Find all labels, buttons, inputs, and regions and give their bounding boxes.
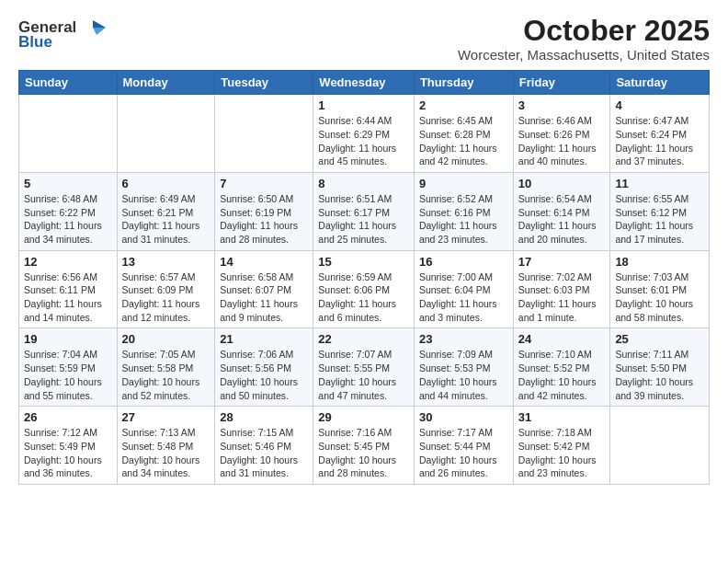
cell-day-info: Sunrise: 6:56 AMSunset: 6:11 PMDaylight:… [24, 270, 112, 325]
cell-day-number: 10 [518, 177, 606, 190]
cell-day-number: 15 [318, 255, 409, 269]
table-row: 10Sunrise: 6:54 AMSunset: 6:14 PMDayligh… [513, 172, 610, 250]
table-row: 21Sunrise: 7:06 AMSunset: 5:56 PMDayligh… [215, 328, 313, 407]
cell-day-info: Sunrise: 7:15 AMSunset: 5:46 PMDaylight:… [220, 426, 308, 480]
logo: General Blue [18, 18, 106, 52]
cell-day-number: 16 [419, 255, 508, 269]
cell-day-info: Sunrise: 7:03 AMSunset: 6:01 PMDaylight:… [615, 270, 704, 325]
cell-day-number: 7 [220, 177, 308, 190]
cell-day-number: 21 [220, 332, 308, 346]
cell-day-info: Sunrise: 6:44 AMSunset: 6:29 PMDaylight:… [318, 114, 409, 168]
calendar-week-row: 5Sunrise: 6:48 AMSunset: 6:22 PMDaylight… [19, 172, 710, 250]
cell-day-info: Sunrise: 7:07 AMSunset: 5:55 PMDaylight:… [318, 348, 409, 402]
cell-day-info: Sunrise: 7:11 AMSunset: 5:50 PMDaylight:… [615, 348, 704, 402]
cell-day-info: Sunrise: 7:06 AMSunset: 5:56 PMDaylight:… [220, 348, 308, 402]
cell-day-info: Sunrise: 6:45 AMSunset: 6:28 PMDaylight:… [419, 114, 508, 168]
cell-day-number: 19 [24, 332, 112, 346]
table-row: 15Sunrise: 6:59 AMSunset: 6:06 PMDayligh… [313, 250, 415, 328]
cell-day-number: 20 [122, 332, 210, 346]
table-row [117, 95, 215, 173]
cell-day-info: Sunrise: 7:18 AMSunset: 5:42 PMDaylight:… [518, 426, 606, 480]
table-row: 7Sunrise: 6:50 AMSunset: 6:19 PMDaylight… [215, 172, 313, 250]
col-saturday: Saturday [610, 71, 710, 95]
cell-day-info: Sunrise: 6:47 AMSunset: 6:24 PMDaylight:… [615, 114, 704, 168]
table-row: 9Sunrise: 6:52 AMSunset: 6:16 PMDaylight… [414, 172, 513, 250]
calendar-header-row: Sunday Monday Tuesday Wednesday Thursday… [19, 71, 710, 95]
cell-day-info: Sunrise: 7:05 AMSunset: 5:58 PMDaylight:… [122, 348, 210, 402]
cell-day-info: Sunrise: 6:52 AMSunset: 6:16 PMDaylight:… [419, 192, 508, 247]
cell-day-info: Sunrise: 7:04 AMSunset: 5:59 PMDaylight:… [24, 348, 112, 402]
cell-day-number: 6 [122, 177, 210, 190]
table-row: 23Sunrise: 7:09 AMSunset: 5:53 PMDayligh… [414, 328, 513, 407]
cell-day-info: Sunrise: 6:55 AMSunset: 6:12 PMDaylight:… [615, 192, 704, 247]
table-row: 5Sunrise: 6:48 AMSunset: 6:22 PMDaylight… [19, 172, 118, 250]
cell-day-number: 4 [615, 98, 704, 112]
cell-day-number: 14 [220, 255, 308, 269]
cell-day-info: Sunrise: 7:10 AMSunset: 5:52 PMDaylight:… [518, 348, 606, 402]
table-row: 11Sunrise: 6:55 AMSunset: 6:12 PMDayligh… [610, 172, 710, 250]
cell-day-number: 30 [419, 410, 508, 424]
col-tuesday: Tuesday [215, 71, 313, 95]
calendar-week-row: 26Sunrise: 7:12 AMSunset: 5:49 PMDayligh… [19, 407, 710, 485]
col-thursday: Thursday [414, 71, 513, 95]
cell-day-info: Sunrise: 6:59 AMSunset: 6:06 PMDaylight:… [318, 270, 409, 325]
table-row: 28Sunrise: 7:15 AMSunset: 5:46 PMDayligh… [215, 407, 313, 485]
table-row: 12Sunrise: 6:56 AMSunset: 6:11 PMDayligh… [19, 250, 118, 328]
table-row: 20Sunrise: 7:05 AMSunset: 5:58 PMDayligh… [117, 328, 215, 407]
cell-day-info: Sunrise: 6:48 AMSunset: 6:22 PMDaylight:… [24, 192, 112, 247]
cell-day-info: Sunrise: 7:02 AMSunset: 6:03 PMDaylight:… [518, 270, 606, 325]
table-row: 29Sunrise: 7:16 AMSunset: 5:45 PMDayligh… [313, 407, 415, 485]
table-row: 25Sunrise: 7:11 AMSunset: 5:50 PMDayligh… [610, 328, 710, 407]
table-row: 13Sunrise: 6:57 AMSunset: 6:09 PMDayligh… [117, 250, 215, 328]
cell-day-number: 13 [122, 255, 210, 269]
cell-day-number: 31 [518, 410, 606, 424]
page: General Blue October 2025 Worcester, Mas… [0, 0, 728, 500]
col-wednesday: Wednesday [313, 71, 415, 95]
cell-day-number: 2 [419, 98, 508, 112]
cell-day-info: Sunrise: 7:12 AMSunset: 5:49 PMDaylight:… [24, 426, 112, 480]
cell-day-number: 22 [318, 332, 409, 346]
cell-day-info: Sunrise: 6:58 AMSunset: 6:07 PMDaylight:… [220, 270, 308, 325]
cell-day-number: 1 [318, 98, 409, 112]
table-row: 14Sunrise: 6:58 AMSunset: 6:07 PMDayligh… [215, 250, 313, 328]
cell-day-info: Sunrise: 7:00 AMSunset: 6:04 PMDaylight:… [419, 270, 508, 325]
cell-day-info: Sunrise: 6:51 AMSunset: 6:17 PMDaylight:… [318, 192, 409, 247]
calendar-week-row: 1Sunrise: 6:44 AMSunset: 6:29 PMDaylight… [19, 95, 710, 173]
table-row: 1Sunrise: 6:44 AMSunset: 6:29 PMDaylight… [313, 95, 415, 173]
table-row: 4Sunrise: 6:47 AMSunset: 6:24 PMDaylight… [610, 95, 710, 173]
col-monday: Monday [117, 71, 215, 95]
table-row: 3Sunrise: 6:46 AMSunset: 6:26 PMDaylight… [513, 95, 610, 173]
calendar-title: October 2025 [458, 15, 710, 47]
cell-day-number: 17 [518, 255, 606, 269]
table-row [215, 95, 313, 173]
cell-day-number: 24 [518, 332, 606, 346]
cell-day-number: 29 [318, 410, 409, 424]
table-row: 24Sunrise: 7:10 AMSunset: 5:52 PMDayligh… [513, 328, 610, 407]
calendar-week-row: 12Sunrise: 6:56 AMSunset: 6:11 PMDayligh… [19, 250, 710, 328]
cell-day-info: Sunrise: 7:16 AMSunset: 5:45 PMDaylight:… [318, 426, 409, 480]
calendar-table: Sunday Monday Tuesday Wednesday Thursday… [18, 70, 710, 485]
title-block: October 2025 Worcester, Massachusetts, U… [458, 15, 710, 63]
cell-day-number: 3 [518, 98, 606, 112]
cell-day-number: 12 [24, 255, 112, 269]
cell-day-number: 8 [318, 177, 409, 190]
cell-day-number: 18 [615, 255, 704, 269]
table-row [19, 95, 118, 173]
cell-day-number: 27 [122, 410, 210, 424]
cell-day-info: Sunrise: 6:54 AMSunset: 6:14 PMDaylight:… [518, 192, 606, 247]
table-row: 18Sunrise: 7:03 AMSunset: 6:01 PMDayligh… [610, 250, 710, 328]
cell-day-info: Sunrise: 7:09 AMSunset: 5:53 PMDaylight:… [419, 348, 508, 402]
cell-day-info: Sunrise: 6:49 AMSunset: 6:21 PMDaylight:… [122, 192, 210, 247]
col-friday: Friday [513, 71, 610, 95]
table-row: 22Sunrise: 7:07 AMSunset: 5:55 PMDayligh… [313, 328, 415, 407]
table-row: 19Sunrise: 7:04 AMSunset: 5:59 PMDayligh… [19, 328, 118, 407]
cell-day-number: 23 [419, 332, 508, 346]
cell-day-info: Sunrise: 6:46 AMSunset: 6:26 PMDaylight:… [518, 114, 606, 168]
table-row: 17Sunrise: 7:02 AMSunset: 6:03 PMDayligh… [513, 250, 610, 328]
calendar-subtitle: Worcester, Massachusetts, United States [458, 47, 710, 63]
svg-marker-1 [93, 28, 106, 35]
cell-day-number: 9 [419, 177, 508, 190]
calendar-week-row: 19Sunrise: 7:04 AMSunset: 5:59 PMDayligh… [19, 328, 710, 407]
cell-day-info: Sunrise: 6:57 AMSunset: 6:09 PMDaylight:… [122, 270, 210, 325]
table-row: 31Sunrise: 7:18 AMSunset: 5:42 PMDayligh… [513, 407, 610, 485]
